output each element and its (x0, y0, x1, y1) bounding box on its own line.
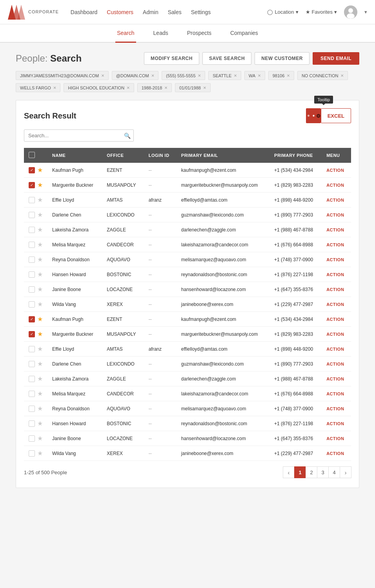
row-star[interactable]: ★ (37, 166, 43, 174)
row-checkbox[interactable] (29, 167, 35, 173)
row-star[interactable]: ★ (37, 405, 43, 412)
row-checkbox[interactable] (29, 421, 35, 427)
select-all-checkbox[interactable] (29, 152, 35, 158)
row-star[interactable]: ★ (37, 375, 43, 382)
row-checkbox[interactable] (29, 331, 35, 337)
row-checkbox[interactable] (29, 376, 35, 382)
row-checkbox[interactable] (29, 257, 35, 263)
action-button[interactable]: ACTION (326, 451, 344, 456)
action-button[interactable]: ACTION (326, 272, 344, 277)
row-star[interactable]: ★ (37, 271, 43, 278)
row-checkbox[interactable] (29, 316, 35, 322)
settings-button[interactable]: ⚙ (306, 108, 321, 123)
row-star[interactable]: ★ (37, 435, 43, 442)
modify-search-button[interactable]: MODIFY SEARCH (144, 52, 199, 65)
action-button[interactable]: ACTION (326, 257, 344, 262)
row-checkbox[interactable] (29, 286, 35, 293)
excel-button[interactable]: EXCEL (321, 108, 351, 123)
logo[interactable]: CORPORATE (8, 5, 59, 20)
row-star[interactable]: ★ (37, 256, 43, 263)
action-button[interactable]: ACTION (326, 377, 344, 381)
remove-filter-0[interactable]: × (101, 73, 104, 78)
row-star[interactable]: ★ (37, 286, 43, 293)
row-star[interactable]: ★ (37, 315, 43, 323)
row-checkbox[interactable] (29, 212, 35, 218)
action-button[interactable]: ACTION (326, 317, 344, 322)
action-button[interactable]: ACTION (326, 228, 344, 232)
nav-customers[interactable]: Customers (107, 7, 133, 17)
row-checkbox[interactable] (29, 361, 35, 367)
next-page-button[interactable]: › (340, 466, 351, 478)
location-btn[interactable]: ◯ Location ▾ (267, 9, 298, 15)
page-btn-1[interactable]: 1 (294, 466, 306, 478)
page-btn-3[interactable]: 3 (317, 466, 329, 478)
action-button[interactable]: ACTION (326, 302, 344, 307)
row-star[interactable]: ★ (37, 181, 43, 189)
row-checkbox[interactable] (29, 242, 35, 248)
avatar-chevron-icon[interactable]: ▾ (364, 9, 367, 15)
tab-companies[interactable]: Companies (229, 24, 260, 43)
remove-filter-10[interactable]: × (203, 85, 206, 90)
nav-sales[interactable]: Sales (168, 7, 182, 17)
nav-settings[interactable]: Settings (191, 7, 211, 17)
row-star[interactable]: ★ (37, 226, 43, 233)
row-checkbox[interactable] (29, 346, 35, 352)
search-input[interactable] (24, 129, 134, 142)
tab-prospects[interactable]: Prospects (186, 24, 213, 43)
remove-filter-4[interactable]: × (258, 73, 261, 78)
row-checkbox[interactable] (29, 391, 35, 397)
remove-filter-2[interactable]: × (198, 73, 201, 78)
page-btn-2[interactable]: 2 (306, 466, 317, 478)
remove-filter-1[interactable]: × (151, 73, 155, 78)
action-button[interactable]: ACTION (326, 347, 344, 351)
row-star[interactable]: ★ (37, 196, 43, 204)
action-button[interactable]: ACTION (326, 436, 344, 441)
action-button[interactable]: ACTION (326, 391, 344, 396)
row-checkbox[interactable] (29, 406, 35, 412)
row-checkbox[interactable] (29, 227, 35, 233)
send-email-button[interactable]: SEND EMAIL (313, 52, 359, 65)
action-button[interactable]: ACTION (326, 362, 344, 366)
remove-filter-7[interactable]: × (53, 85, 56, 90)
action-button[interactable]: ACTION (326, 198, 344, 202)
remove-filter-8[interactable]: × (127, 85, 130, 90)
search-icon[interactable]: 🔍 (124, 133, 131, 139)
action-button[interactable]: ACTION (326, 183, 344, 188)
row-star[interactable]: ★ (37, 211, 43, 218)
remove-filter-6[interactable]: × (340, 73, 344, 78)
new-customer-button[interactable]: NEW CUSTOMER (255, 52, 309, 65)
remove-filter-3[interactable]: × (234, 73, 237, 78)
action-button[interactable]: ACTION (326, 406, 344, 411)
page-btn-4[interactable]: 4 (328, 466, 340, 478)
row-star[interactable]: ★ (37, 450, 43, 457)
remove-filter-9[interactable]: × (164, 85, 167, 90)
row-checkbox[interactable] (29, 301, 35, 308)
row-star[interactable]: ★ (37, 345, 43, 353)
action-button[interactable]: ACTION (326, 168, 344, 173)
action-button[interactable]: ACTION (326, 332, 344, 337)
favorites-btn[interactable]: ★ Favorites ▾ (306, 9, 337, 15)
action-button[interactable]: ACTION (326, 242, 344, 247)
action-button[interactable]: ACTION (326, 213, 344, 217)
row-star[interactable]: ★ (37, 330, 43, 338)
row-star[interactable]: ★ (37, 390, 43, 397)
nav-admin[interactable]: Admin (143, 7, 158, 17)
prev-page-button[interactable]: ‹ (283, 466, 295, 478)
action-button[interactable]: ACTION (326, 421, 344, 426)
remove-filter-5[interactable]: × (287, 73, 290, 78)
row-checkbox[interactable] (29, 182, 35, 188)
tab-search[interactable]: Search (115, 24, 136, 43)
tab-leads[interactable]: Leads (152, 24, 170, 43)
row-checkbox[interactable] (29, 435, 35, 442)
row-star[interactable]: ★ (37, 300, 43, 308)
avatar[interactable] (344, 5, 357, 19)
row-star[interactable]: ★ (37, 360, 43, 368)
row-checkbox[interactable] (29, 450, 35, 457)
action-button[interactable]: ACTION (326, 287, 344, 292)
row-checkbox[interactable] (29, 197, 35, 203)
row-checkbox[interactable] (29, 271, 35, 278)
row-star[interactable]: ★ (37, 241, 43, 248)
save-search-button[interactable]: SAVE SEARCH (202, 52, 251, 65)
row-star[interactable]: ★ (37, 420, 43, 427)
nav-dashboard[interactable]: Dashboard (71, 7, 98, 17)
